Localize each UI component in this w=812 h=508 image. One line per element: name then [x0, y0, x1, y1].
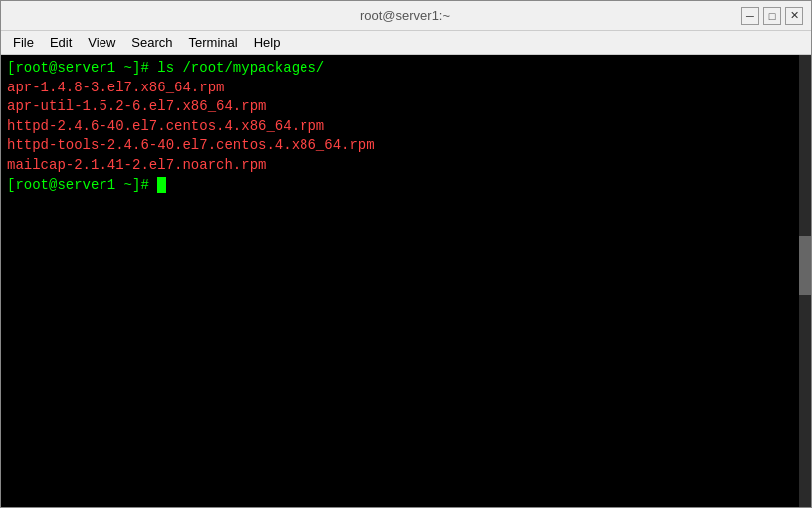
- minimize-button[interactable]: ─: [741, 7, 759, 25]
- terminal-output: [root@server1 ~]# ls /root/mypackages/ap…: [7, 59, 805, 195]
- menu-view[interactable]: View: [80, 33, 123, 52]
- terminal-window: root@server1:~ ─ □ ✕ File Edit View Sear…: [0, 0, 812, 508]
- terminal-cursor: [157, 177, 166, 193]
- menu-file[interactable]: File: [5, 33, 42, 52]
- terminal-line: httpd-tools-2.4.6-40.el7.centos.4.x86_64…: [7, 136, 805, 156]
- terminal-line: [root@server1 ~]# ls /root/mypackages/: [7, 59, 805, 79]
- window-title: root@server1:~: [69, 8, 741, 23]
- menu-edit[interactable]: Edit: [42, 33, 80, 52]
- terminal-body[interactable]: [root@server1 ~]# ls /root/mypackages/ap…: [1, 55, 811, 507]
- scrollbar-thumb[interactable]: [799, 236, 811, 295]
- scrollbar[interactable]: [799, 55, 811, 507]
- maximize-button[interactable]: □: [763, 7, 781, 25]
- close-button[interactable]: ✕: [785, 7, 803, 25]
- title-bar: root@server1:~ ─ □ ✕: [1, 1, 811, 31]
- terminal-line: apr-1.4.8-3.el7.x86_64.rpm: [7, 79, 805, 98]
- menu-terminal[interactable]: Terminal: [181, 33, 246, 52]
- menu-help[interactable]: Help: [246, 33, 289, 52]
- terminal-line: [root@server1 ~]#: [7, 176, 805, 196]
- terminal-line: apr-util-1.5.2-6.el7.x86_64.rpm: [7, 97, 805, 117]
- menu-bar: File Edit View Search Terminal Help: [1, 31, 811, 55]
- terminal-line: mailcap-2.1.41-2.el7.noarch.rpm: [7, 156, 805, 176]
- window-controls: ─ □ ✕: [741, 7, 803, 25]
- menu-search[interactable]: Search: [123, 33, 180, 52]
- terminal-line: httpd-2.4.6-40.el7.centos.4.x86_64.rpm: [7, 117, 805, 137]
